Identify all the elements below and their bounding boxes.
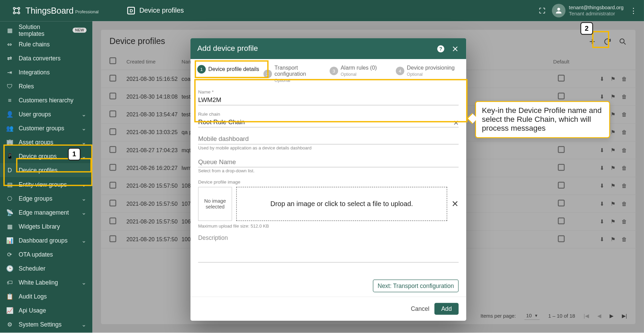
sidebar-item-dashboard-groups[interactable]: 📊Dashboard groups⌄: [0, 233, 92, 247]
app-header: ThingsBoard Professional D Device profil…: [0, 0, 644, 21]
sidebar-item-rule-chains[interactable]: ⇔Rule chains: [0, 37, 92, 51]
rule-chain-field[interactable]: [198, 116, 458, 127]
user-email: tenant@thingsboard.org: [569, 4, 624, 11]
hierarchy-icon: ≡: [6, 97, 13, 103]
image-dropzone[interactable]: Drop an image or click to select a file …: [236, 187, 447, 221]
chevron-down-icon: ⌄: [81, 209, 87, 216]
sidebar-item-ota-updates[interactable]: ⟳OTA updates: [0, 247, 92, 261]
step-3[interactable]: 3Alarm rules (0)Optional: [329, 65, 393, 77]
group-icon: 👥: [6, 125, 13, 131]
mobile-dashboard-hint: Used by mobile application as a device d…: [198, 145, 458, 150]
sidebar-item-customers-hierarchy[interactable]: ≡Customers hierarchy: [0, 93, 92, 107]
clear-rule-icon[interactable]: ✕: [453, 119, 459, 127]
integration-icon: ⇥: [6, 69, 13, 75]
chevron-down-icon: ⌄: [81, 153, 87, 160]
chevron-down-icon: ⌄: [81, 321, 87, 328]
sidebar-item-data-converters[interactable]: ⇄Data converters: [0, 51, 92, 65]
entity-icon: ▤: [6, 181, 13, 188]
sidebar-item-solution-templates[interactable]: ▦Solution templatesNEW: [0, 23, 92, 37]
clear-image-icon[interactable]: ✕: [451, 199, 459, 209]
audit-icon: 📋: [6, 293, 13, 300]
max-upload-hint: Maximum upload file size: 512.0 KB: [198, 223, 458, 229]
clock-icon: 🕒: [6, 265, 13, 272]
sidebar-item-integrations[interactable]: ⇥Integrations: [0, 65, 92, 79]
svg-point-1: [18, 8, 20, 9]
sidebar-item-audit-logs[interactable]: 📋Audit Logs: [0, 289, 92, 303]
rule-chain-label: Rule chain: [198, 111, 458, 116]
label-icon: 🏷: [6, 279, 13, 286]
profile-icon: D: [6, 167, 13, 174]
brand-edition: Professional: [75, 9, 99, 14]
api-icon: 📈: [6, 307, 13, 314]
help-icon[interactable]: ?: [436, 44, 445, 53]
breadcrumb-label: Device profiles: [139, 7, 184, 14]
add-button-dialog[interactable]: Add: [434, 303, 459, 315]
more-icon[interactable]: ⋮: [630, 6, 637, 15]
sidebar-item-scheduler[interactable]: 🕒Scheduler: [0, 261, 92, 275]
step-1[interactable]: 1Device profile details: [197, 65, 261, 73]
fullscreen-icon[interactable]: [538, 7, 546, 14]
chains-icon: ⇔: [6, 41, 13, 47]
wizard-stepper: 1Device profile details 2Transport confi…: [190, 59, 466, 87]
svg-text:?: ?: [439, 46, 442, 52]
sidebar-item-device-profiles[interactable]: DDevice profiles: [0, 163, 92, 177]
sidebar-item-white-labeling[interactable]: 🏷White Labeling⌄: [0, 275, 92, 289]
edge-icon: ⎔: [6, 195, 13, 202]
image-preview: No image selected: [198, 187, 232, 221]
sidebar-item-entity-view-groups[interactable]: ▤Entity view groups⌄: [0, 177, 92, 191]
chevron-down-icon: ⌄: [81, 181, 87, 188]
next-button[interactable]: Next: Transport configuration: [373, 279, 459, 292]
description-field[interactable]: [198, 241, 458, 262]
chevron-down-icon: ⌄: [81, 125, 87, 131]
sidebar-item-edge-groups[interactable]: ⎔Edge groups⌄: [0, 191, 92, 205]
chevron-down-icon: ⌄: [81, 279, 87, 286]
ota-icon: ⟳: [6, 251, 13, 258]
shield-icon: 🛡: [6, 83, 13, 89]
breadcrumb: D Device profiles: [127, 7, 184, 14]
grid-icon: ▦: [6, 27, 13, 33]
step-4[interactable]: 4Device provisioningOptional: [396, 65, 460, 77]
queue-name-hint: Select from a drop-down list.: [198, 168, 458, 173]
image-field-label: Device profile image: [198, 179, 458, 184]
close-icon[interactable]: [451, 44, 459, 53]
logo-icon: [11, 5, 22, 16]
chevron-down-icon: ⌄: [81, 111, 87, 117]
brand-logo: ThingsBoard: [11, 5, 74, 16]
sidebar-item-user-groups[interactable]: 👤User groups⌄: [0, 107, 92, 121]
sidebar-item-roles[interactable]: 🛡Roles: [0, 79, 92, 93]
callout-number-2: 2: [580, 22, 593, 35]
chevron-down-icon: ⌄: [81, 237, 87, 244]
chevron-down-icon: ⌄: [81, 139, 87, 145]
step-2[interactable]: 2Transport configurationOptional: [263, 65, 327, 83]
user-menu[interactable]: tenant@thingsboard.org Tenant administra…: [552, 4, 624, 17]
sidebar-item-api-usage[interactable]: 📈Api Usage: [0, 303, 92, 317]
sidebar-item-customer-groups[interactable]: 👥Customer groups⌄: [0, 121, 92, 135]
sidebar-item-asset-groups[interactable]: 🏢Asset groups⌄: [0, 135, 92, 149]
callout-number-1: 1: [68, 148, 80, 160]
cancel-button[interactable]: Cancel: [411, 303, 429, 315]
mobile-dashboard-field[interactable]: [198, 133, 458, 144]
breadcrumb-icon: D: [127, 7, 135, 14]
user-role: Tenant administrator: [569, 11, 624, 17]
svg-point-0: [13, 8, 15, 9]
sidebar-item-edge-management[interactable]: 📡Edge management⌄: [0, 205, 92, 219]
name-field[interactable]: [198, 94, 458, 105]
svg-point-4: [557, 8, 560, 11]
callout-tooltip: Key-in the Device Profile name and selec…: [475, 101, 610, 138]
user-icon: 👤: [6, 111, 13, 117]
add-device-profile-dialog: Add device profile ? 1Device profile det…: [190, 38, 466, 321]
gear-icon: ⚙: [6, 321, 13, 328]
chevron-down-icon: ⌄: [81, 195, 87, 202]
antenna-icon: 📡: [6, 209, 13, 216]
name-field-label: Name *: [198, 89, 458, 94]
widgets-icon: ▦: [6, 223, 13, 230]
sidebar-item-system-settings[interactable]: ⚙System Settings⌄: [0, 317, 92, 331]
queue-name-field[interactable]: [198, 156, 458, 167]
dialog-title: Add device profile: [197, 44, 258, 53]
sidebar: ▦Solution templatesNEW⇔Rule chains⇄Data …: [0, 21, 92, 333]
dashboard-icon: 📊: [6, 237, 13, 244]
converter-icon: ⇄: [6, 55, 13, 61]
device-icon: 📱: [6, 153, 13, 160]
sidebar-item-widgets-library[interactable]: ▦Widgets Library: [0, 219, 92, 233]
asset-icon: 🏢: [6, 139, 13, 145]
